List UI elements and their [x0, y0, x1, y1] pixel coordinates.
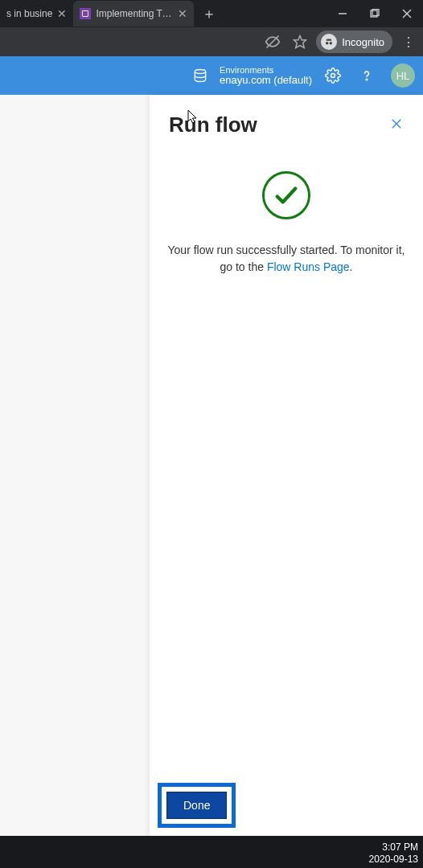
- browser-tab-2[interactable]: Implementing Try,Catch and ✕: [73, 1, 194, 27]
- avatar-initials: HL: [396, 70, 410, 82]
- run-flow-panel: Run flow Your flow run successfully star…: [150, 95, 423, 836]
- incognito-label: Incognito: [342, 36, 384, 48]
- browser-toolbar: Incognito ⋮: [0, 27, 423, 56]
- bookmark-star-icon[interactable]: [289, 31, 311, 53]
- panel-close-button[interactable]: [389, 117, 404, 134]
- svg-point-11: [366, 79, 367, 80]
- windows-taskbar: 3:07 PM 2020-09-13: [0, 836, 423, 868]
- tab-title: Implementing Try,Catch and: [96, 8, 173, 19]
- done-button[interactable]: Done: [166, 792, 227, 819]
- browser-tab-strip: s in busine ✕ Implementing Try,Catch and…: [0, 0, 423, 27]
- tracking-off-icon[interactable]: [261, 31, 284, 53]
- new-tab-button[interactable]: ＋: [194, 4, 224, 23]
- done-button-highlight: Done: [158, 783, 236, 828]
- incognito-indicator[interactable]: Incognito: [316, 31, 392, 53]
- tab-title: s in busine: [6, 8, 52, 19]
- maximize-button[interactable]: [359, 0, 391, 27]
- svg-point-10: [331, 74, 335, 78]
- page-content: Run flow Your flow run successfully star…: [0, 95, 423, 836]
- close-window-button[interactable]: [391, 0, 423, 27]
- svg-marker-6: [294, 36, 306, 48]
- panel-header: Run flow: [150, 95, 423, 145]
- environment-name: enayu.com (default): [220, 75, 312, 86]
- system-clock[interactable]: 3:07 PM 2020-09-13: [369, 841, 418, 866]
- svg-point-7: [326, 42, 329, 45]
- help-button[interactable]: [354, 63, 380, 88]
- tab-favicon-icon: [80, 8, 91, 19]
- panel-title: Run flow: [169, 113, 257, 137]
- close-icon[interactable]: ✕: [57, 7, 67, 20]
- message-text-suffix: .: [350, 260, 353, 273]
- svg-point-8: [330, 42, 333, 45]
- environment-picker[interactable]: Environments enayu.com (default): [187, 63, 312, 88]
- browser-menu-button[interactable]: ⋮: [397, 31, 420, 53]
- app-header: Environments enayu.com (default) HL: [0, 56, 423, 95]
- panel-footer: Done: [150, 775, 423, 836]
- success-message: Your flow run successfully started. To m…: [166, 242, 407, 276]
- panel-body: Your flow run successfully started. To m…: [150, 145, 423, 775]
- clock-date: 2020-09-13: [369, 854, 418, 866]
- settings-button[interactable]: [320, 63, 346, 88]
- incognito-icon: [321, 34, 337, 50]
- clock-time: 3:07 PM: [369, 841, 418, 854]
- success-check-icon: [262, 171, 310, 219]
- browser-tab-1[interactable]: s in busine ✕: [0, 1, 73, 27]
- close-icon[interactable]: ✕: [178, 7, 187, 20]
- flow-runs-link[interactable]: Flow Runs Page: [267, 260, 350, 273]
- environment-text: Environments enayu.com (default): [220, 65, 312, 86]
- minimize-button[interactable]: [326, 0, 359, 27]
- environment-icon: [187, 63, 213, 88]
- window-controls: [326, 0, 423, 27]
- avatar[interactable]: HL: [391, 63, 415, 88]
- environment-label: Environments: [220, 65, 312, 75]
- svg-point-9: [195, 70, 205, 74]
